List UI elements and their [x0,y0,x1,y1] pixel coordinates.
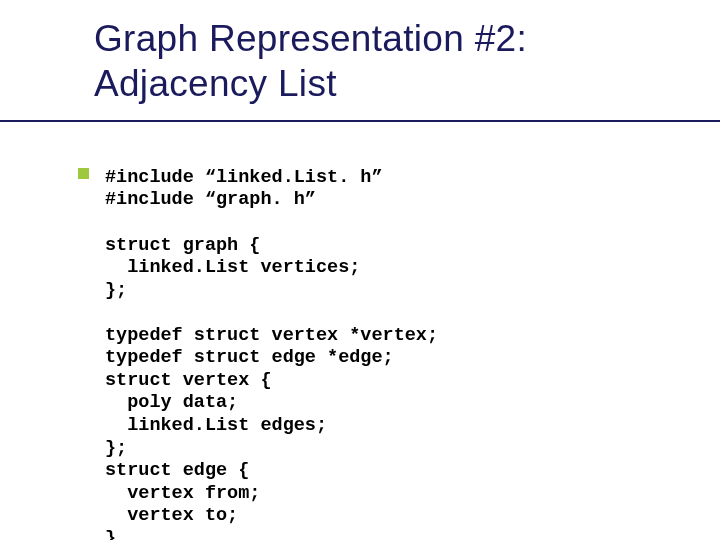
slide-content: Graph Representation #2: Adjacency List … [0,0,720,540]
title-line-2: Adjacency List [94,61,720,106]
code-line: linked.List edges; [105,415,327,436]
code-line: typedef struct edge *edge; [105,347,394,368]
code-line: #include “graph. h” [105,189,316,210]
code-line: typedef struct vertex *vertex; [105,325,438,346]
code-line: }; [105,438,127,459]
title-block: Graph Representation #2: Adjacency List [0,16,720,122]
code-line: poly data; [105,392,238,413]
code-line: vertex from; [105,483,260,504]
code-block: #include “linked.List. h” #include “grap… [0,144,720,540]
code-line: struct graph { [105,235,260,256]
code-line: }; [105,280,127,301]
code-line: vertex to; [105,505,238,526]
code-line: #include “linked.List. h” [105,167,383,188]
bullet-icon [78,168,89,179]
code-line: struct vertex { [105,370,272,391]
code-line: } [105,528,116,540]
code-line: struct edge { [105,460,249,481]
code-line: linked.List vertices; [105,257,360,278]
title-line-1: Graph Representation #2: [94,16,720,61]
